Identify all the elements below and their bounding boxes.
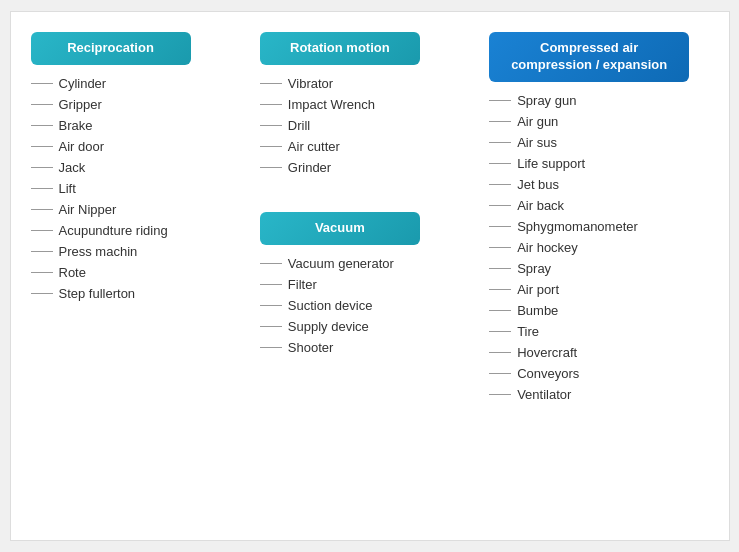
- category-vacuum: Vacuum: [260, 212, 420, 245]
- column-3: Compressed air compression / expansion S…: [489, 32, 708, 421]
- list-item: Spray gun: [489, 90, 708, 111]
- list-item: Air port: [489, 279, 708, 300]
- list-item: Brake: [31, 115, 250, 136]
- list-item: Vacuum generator: [260, 253, 479, 274]
- list-item: Air hockey: [489, 237, 708, 258]
- main-container: Reciprocation Cylinder Gripper Brake Air…: [10, 11, 730, 541]
- list-item: Lift: [31, 178, 250, 199]
- list-item: Step fullerton: [31, 283, 250, 304]
- list-item: Vibrator: [260, 73, 479, 94]
- list-item: Acupundture riding: [31, 220, 250, 241]
- category-compressed: Compressed air compression / expansion: [489, 32, 689, 82]
- list-item: Life support: [489, 153, 708, 174]
- list-item: Air gun: [489, 111, 708, 132]
- list-item: Gripper: [31, 94, 250, 115]
- list-item: Air Nipper: [31, 199, 250, 220]
- category-reciprocation: Reciprocation: [31, 32, 191, 65]
- column-2: Rotation motion Vibrator Impact Wrench D…: [260, 32, 479, 374]
- list-item: Jet bus: [489, 174, 708, 195]
- list-item: Spray: [489, 258, 708, 279]
- list-item: Supply device: [260, 316, 479, 337]
- list-item: Shooter: [260, 337, 479, 358]
- list-item: Bumbe: [489, 300, 708, 321]
- list-item: Tire: [489, 321, 708, 342]
- list-item: Air back: [489, 195, 708, 216]
- list-item: Impact Wrench: [260, 94, 479, 115]
- list-item: Hovercraft: [489, 342, 708, 363]
- category-rotation: Rotation motion: [260, 32, 420, 65]
- list-item: Press machin: [31, 241, 250, 262]
- list-item: Suction device: [260, 295, 479, 316]
- list-item: Filter: [260, 274, 479, 295]
- list-item: Conveyors: [489, 363, 708, 384]
- list-item: Air door: [31, 136, 250, 157]
- list-item: Drill: [260, 115, 479, 136]
- column-1: Reciprocation Cylinder Gripper Brake Air…: [31, 32, 250, 320]
- list-item: Grinder: [260, 157, 479, 178]
- list-item: Cylinder: [31, 73, 250, 94]
- list-item: Ventilator: [489, 384, 708, 405]
- list-item: Air sus: [489, 132, 708, 153]
- list-item: Sphygmomanometer: [489, 216, 708, 237]
- reciprocation-list: Cylinder Gripper Brake Air door Jack Lif…: [31, 73, 250, 304]
- compressed-list: Spray gun Air gun Air sus Life support J…: [489, 90, 708, 405]
- list-item: Rote: [31, 262, 250, 283]
- rotation-list: Vibrator Impact Wrench Drill Air cutter …: [260, 73, 479, 178]
- list-item: Jack: [31, 157, 250, 178]
- list-item: Air cutter: [260, 136, 479, 157]
- vacuum-list: Vacuum generator Filter Suction device S…: [260, 253, 479, 358]
